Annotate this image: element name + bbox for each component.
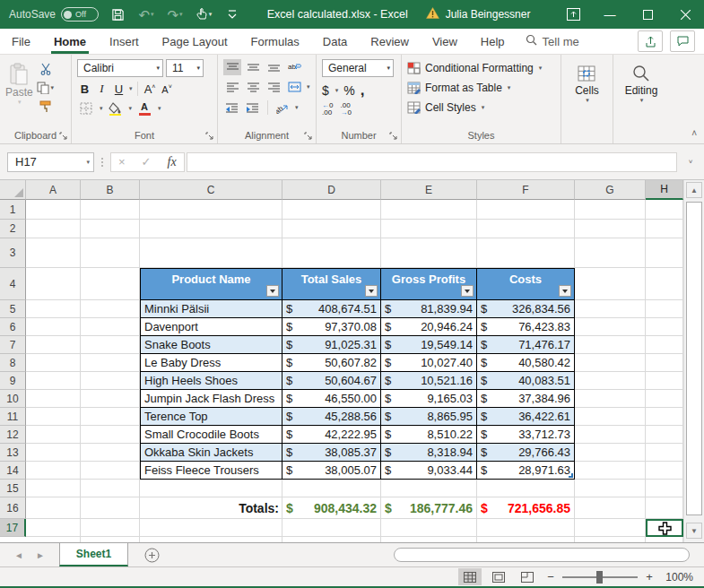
clipboard-dialog-launcher-icon[interactable] [59, 131, 68, 140]
previous-sheet-icon[interactable]: ◄ [14, 550, 23, 560]
product-name-cell[interactable]: High Heels Shoes [140, 372, 282, 389]
increase-decimal-icon[interactable]: ←0.00 [322, 102, 333, 117]
row-header-13[interactable]: 13 [0, 444, 26, 462]
row-header-10[interactable]: 10 [0, 390, 26, 408]
cost-cell[interactable]: $71,476.17 [477, 336, 575, 353]
page-break-preview-icon[interactable] [516, 568, 539, 585]
cost-cell[interactable]: $28,971.63 [477, 462, 575, 479]
align-middle-icon[interactable] [244, 59, 262, 75]
row-header-1[interactable]: 1 [0, 200, 26, 220]
conditional-formatting-button[interactable]: Conditional Formatting▾ [407, 58, 555, 78]
accounting-format-button[interactable]: $ [322, 83, 329, 98]
collapse-ribbon-icon[interactable]: ˄ [691, 128, 697, 138]
total-sales-cell[interactable]: $50,604.67 [282, 372, 381, 389]
undo-icon[interactable]: ↶▾ [136, 4, 156, 25]
row-header-4[interactable]: 4 [0, 268, 26, 300]
cost-cell[interactable]: $326,834.56 [477, 300, 575, 317]
maximize-button[interactable] [629, 0, 666, 29]
total-sales-cell[interactable]: $46,550.00 [282, 390, 381, 407]
product-name-cell[interactable]: Jumpin Jack Flash Dress [140, 390, 282, 407]
customize-quick-access-icon[interactable] [222, 4, 242, 25]
name-box[interactable]: H17▾ [7, 152, 94, 172]
total-sales-cell[interactable]: $91,025.31 [282, 336, 381, 353]
gross-profit-cell[interactable]: $8,318.94 [381, 444, 477, 461]
zoom-level[interactable]: 100% [661, 571, 693, 584]
decrease-decimal-icon[interactable]: .00→0 [340, 102, 351, 117]
format-as-table-button[interactable]: Format as Table▾ [407, 78, 555, 98]
row-header-6[interactable]: 6 [0, 318, 26, 336]
scroll-up-icon[interactable]: ▲ [686, 182, 702, 198]
column-header-D[interactable]: D [282, 180, 381, 200]
font-size-select[interactable]: 11▾ [166, 59, 204, 77]
borders-icon[interactable] [77, 100, 95, 117]
table-header-product-name[interactable]: Product Name [140, 268, 282, 300]
share-button[interactable] [638, 30, 663, 52]
enter-icon[interactable]: ✓ [142, 155, 152, 169]
cost-cell[interactable]: $36,422.61 [477, 408, 575, 425]
percent-style-button[interactable]: % [343, 83, 354, 98]
filter-dropdown-icon[interactable] [559, 285, 571, 297]
tell-me-search[interactable]: Tell me [517, 29, 588, 54]
alignment-dialog-launcher-icon[interactable] [304, 131, 313, 140]
merge-center-icon[interactable] [285, 79, 303, 95]
spreadsheet-grid[interactable]: ABCDEFGH 1234567891011121314151617 Produ… [0, 180, 704, 542]
row-header-7[interactable]: 7 [0, 336, 26, 354]
column-header-E[interactable]: E [381, 180, 477, 200]
align-center-icon[interactable] [244, 79, 262, 95]
tab-review[interactable]: Review [359, 29, 421, 54]
gross-profit-cell[interactable]: $10,027.40 [381, 354, 477, 371]
formula-bar-grip[interactable] [97, 158, 108, 167]
gross-profit-cell[interactable]: $20,946.24 [381, 318, 477, 335]
table-header-costs[interactable]: Costs [477, 268, 575, 300]
scroll-down-icon[interactable]: ▼ [686, 523, 702, 539]
product-name-cell[interactable]: Le Baby Dress [140, 354, 282, 371]
new-sheet-icon[interactable] [144, 543, 160, 566]
font-name-select[interactable]: Calibri▾ [77, 59, 163, 77]
tab-insert[interactable]: Insert [98, 29, 151, 54]
tab-home[interactable]: Home [42, 29, 98, 54]
cells-button[interactable]: Cells ▾ [575, 59, 599, 126]
gross-profit-cell[interactable]: $8,510.22 [381, 426, 477, 443]
align-top-icon[interactable] [223, 59, 241, 75]
tab-file[interactable]: File [0, 29, 42, 54]
bold-button[interactable]: B [77, 82, 92, 96]
filter-dropdown-icon[interactable] [266, 285, 279, 297]
cancel-icon[interactable]: × [118, 155, 126, 169]
column-header-B[interactable]: B [81, 180, 140, 200]
column-header-C[interactable]: C [140, 180, 282, 200]
filter-dropdown-icon[interactable] [365, 285, 378, 297]
row-header-17[interactable]: 17 [0, 519, 26, 537]
gross-profit-cell[interactable]: $19,549.14 [381, 336, 477, 353]
horizontal-scrollbar[interactable] [394, 543, 704, 566]
cost-cell[interactable]: $76,423.83 [477, 318, 575, 335]
number-dialog-launcher-icon[interactable] [389, 131, 398, 140]
totals-sales-cell[interactable]: $908,434.32 [282, 497, 381, 519]
total-sales-cell[interactable]: $97,370.08 [282, 318, 381, 335]
row-header-8[interactable]: 8 [0, 354, 26, 372]
row-header-5[interactable]: 5 [0, 300, 26, 318]
cost-cell[interactable]: $40,083.51 [477, 372, 575, 389]
orientation-icon[interactable]: ab [274, 99, 291, 116]
underline-dropdown-icon[interactable]: ▾ [129, 85, 133, 92]
gross-profit-cell[interactable]: $9,033.44 [381, 462, 477, 479]
close-button[interactable] [666, 0, 704, 29]
autosave-toggle[interactable]: AutoSave Off [9, 7, 99, 22]
zoom-out-icon[interactable]: − [544, 570, 557, 584]
row-header-11[interactable]: 11 [0, 408, 26, 426]
tab-data[interactable]: Data [311, 29, 359, 54]
underline-button[interactable]: U [111, 82, 126, 96]
product-name-cell[interactable]: Davenport [140, 318, 282, 335]
row-header-14[interactable]: 14 [0, 462, 26, 480]
row-header-15[interactable]: 15 [0, 480, 26, 497]
formula-input[interactable] [187, 152, 677, 172]
next-sheet-icon[interactable]: ► [36, 550, 45, 560]
zoom-slider-thumb[interactable] [596, 571, 603, 584]
page-layout-view-icon[interactable] [487, 568, 510, 585]
decrease-font-size-button[interactable]: A˅ [160, 83, 175, 95]
copy-icon[interactable]: ▾ [37, 80, 55, 96]
cell-styles-button[interactable]: Cell Styles▾ [407, 98, 555, 117]
user-name[interactable]: Julia Beingessner [446, 8, 531, 21]
vertical-scrollbar[interactable]: ▲ ▼ [683, 180, 704, 542]
row-header-12[interactable]: 12 [0, 426, 26, 444]
save-icon[interactable] [108, 4, 127, 25]
